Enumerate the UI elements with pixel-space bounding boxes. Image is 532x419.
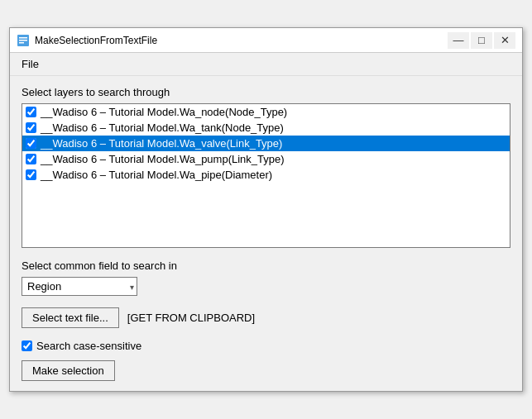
layer-4-checkbox[interactable] <box>26 154 36 164</box>
layer-2-checkbox[interactable] <box>26 122 36 133</box>
layer-4-label: __Wadiso 6 – Tutorial Model.Wa_pump(Link… <box>41 153 285 165</box>
window-title: MakeSelectionFromTextFile <box>35 35 157 46</box>
svg-rect-2 <box>19 40 27 41</box>
layers-section-label: Select layers to search through <box>22 86 510 98</box>
bottom-row: Make selection <box>22 360 510 381</box>
case-sensitive-row: Search case-sensitive <box>22 340 510 352</box>
layer-1-label: __Wadiso 6 – Tutorial Model.Wa_node(Node… <box>41 106 287 118</box>
layer-1-checkbox[interactable] <box>26 107 36 117</box>
title-bar: MakeSelectionFromTextFile — □ ✕ <box>10 28 522 53</box>
window-icon <box>17 34 30 47</box>
make-selection-button[interactable]: Make selection <box>22 360 115 381</box>
layer-3-checkbox[interactable] <box>26 138 36 149</box>
content-area: Select layers to search through __Wadiso… <box>10 76 522 391</box>
menu-file[interactable]: File <box>17 56 44 72</box>
field-section: Select common field to search in Region … <box>22 259 510 296</box>
svg-rect-1 <box>19 37 27 39</box>
menu-bar: File <box>10 53 522 76</box>
list-item[interactable]: __Wadiso 6 – Tutorial Model.Wa_pipe(Diam… <box>22 167 510 183</box>
main-window: MakeSelectionFromTextFile — □ ✕ File Sel… <box>9 27 523 392</box>
svg-rect-3 <box>19 42 24 44</box>
field-dropdown[interactable]: Region Node_Type Link_Type Diameter <box>22 277 137 296</box>
get-from-clipboard-button[interactable]: [GET FROM CLIPBOARD] <box>127 312 255 324</box>
file-button-row: Select text file... [GET FROM CLIPBOARD] <box>22 307 510 328</box>
select-text-file-button[interactable]: Select text file... <box>22 307 119 328</box>
title-bar-left: MakeSelectionFromTextFile <box>17 34 157 47</box>
layers-list-box[interactable]: __Wadiso 6 – Tutorial Model.Wa_node(Node… <box>22 103 510 248</box>
case-sensitive-checkbox[interactable] <box>22 340 32 351</box>
layer-5-label: __Wadiso 6 – Tutorial Model.Wa_pipe(Diam… <box>41 169 272 181</box>
list-item[interactable]: __Wadiso 6 – Tutorial Model.Wa_pump(Link… <box>22 151 510 167</box>
list-item[interactable]: __Wadiso 6 – Tutorial Model.Wa_tank(Node… <box>22 120 510 136</box>
field-dropdown-wrapper: Region Node_Type Link_Type Diameter ▾ <box>22 277 137 296</box>
layer-5-checkbox[interactable] <box>26 169 36 180</box>
layer-2-label: __Wadiso 6 – Tutorial Model.Wa_tank(Node… <box>41 121 284 134</box>
case-sensitive-label: Search case-sensitive <box>36 340 141 352</box>
list-item-selected[interactable]: __Wadiso 6 – Tutorial Model.Wa_valve(Lin… <box>22 136 510 151</box>
close-button[interactable]: ✕ <box>494 32 515 49</box>
minimize-button[interactable]: — <box>448 32 469 49</box>
title-bar-buttons: — □ ✕ <box>448 32 515 49</box>
maximize-button[interactable]: □ <box>471 32 492 49</box>
layer-3-label: __Wadiso 6 – Tutorial Model.Wa_valve(Lin… <box>41 137 282 150</box>
field-section-label: Select common field to search in <box>22 259 510 272</box>
list-item[interactable]: __Wadiso 6 – Tutorial Model.Wa_node(Node… <box>22 104 510 120</box>
